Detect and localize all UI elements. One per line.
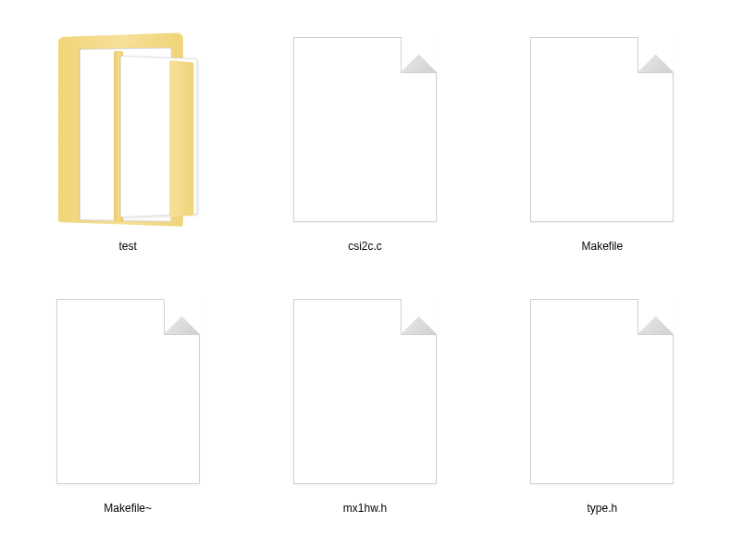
file-item-csi2c-c[interactable]: csi2c.c xyxy=(246,19,483,280)
item-label: Makefile~ xyxy=(104,501,152,516)
file-item-type-h[interactable]: type.h xyxy=(484,280,721,542)
file-item-makefile-tilde[interactable]: Makefile~ xyxy=(9,280,246,542)
item-label: csi2c.c xyxy=(348,239,382,255)
file-item-makefile[interactable]: Makefile xyxy=(484,19,721,280)
file-icon xyxy=(44,290,211,493)
file-icon xyxy=(519,28,686,231)
file-item-mx1hw-h[interactable]: mx1hw.h xyxy=(246,280,483,542)
file-icon xyxy=(281,290,448,493)
item-label: type.h xyxy=(587,501,617,516)
file-icon xyxy=(519,290,686,493)
folder-item-test[interactable]: test xyxy=(9,19,246,280)
file-icon xyxy=(281,28,448,231)
item-label: mx1hw.h xyxy=(343,501,387,516)
file-explorer-grid: test csi2c.c Makefile Makefile~ mx1hw.h … xyxy=(0,0,730,560)
folder-icon xyxy=(44,28,211,231)
item-label: Makefile xyxy=(581,239,623,255)
item-label: test xyxy=(118,239,136,255)
